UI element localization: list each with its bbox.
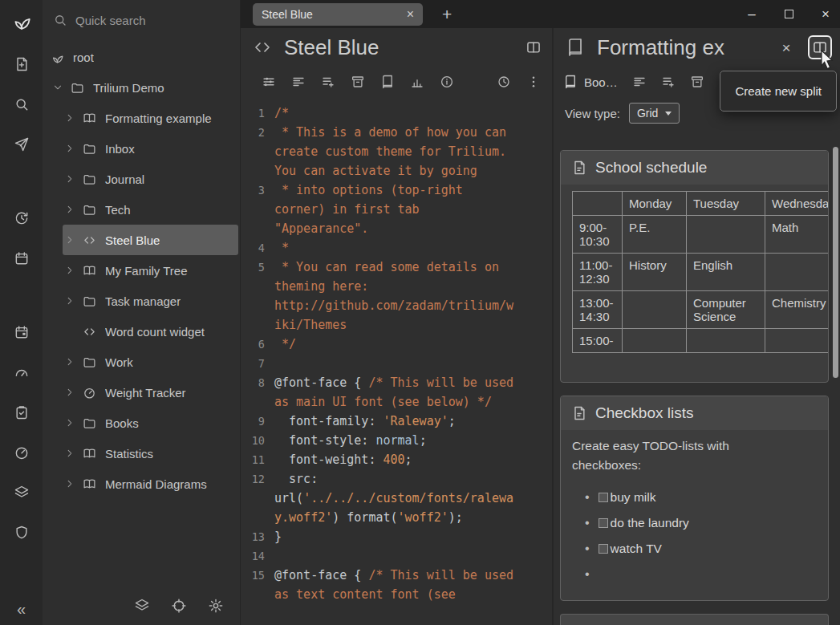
- task-manager-icon[interactable]: [9, 400, 34, 425]
- chevron-right-icon[interactable]: [63, 263, 77, 278]
- chart-icon[interactable]: [410, 75, 424, 89]
- minimize-button[interactable]: –: [745, 8, 758, 21]
- tree-item-books[interactable]: Books: [63, 408, 240, 438]
- table-cell[interactable]: Chemistry: [765, 291, 830, 329]
- today-icon[interactable]: [9, 319, 34, 345]
- table-cell[interactable]: Computer Science: [687, 291, 765, 329]
- calendar-icon[interactable]: [9, 246, 34, 271]
- list-plus-icon[interactable]: [661, 75, 676, 89]
- target-icon[interactable]: [171, 598, 187, 614]
- code-line[interactable]: 11 font-weight: 400;: [246, 450, 552, 469]
- tree-item-my-family-tree[interactable]: My Family Tree: [63, 255, 240, 286]
- chevron-right-icon[interactable]: [63, 355, 77, 369]
- chevron-down-icon[interactable]: [51, 80, 65, 95]
- collapse-launcher-icon[interactable]: «: [17, 600, 26, 619]
- table-header-cell[interactable]: Tuesday: [687, 192, 765, 216]
- table-cell[interactable]: 11:00-12:30: [573, 254, 623, 291]
- book-properties-tab[interactable]: Boo…: [563, 75, 618, 89]
- chevron-right-icon[interactable]: [63, 233, 77, 247]
- tree-item-task-manager[interactable]: Task manager: [63, 286, 240, 316]
- trilium-logo-icon[interactable]: [6, 5, 38, 37]
- note-title[interactable]: Formatting ex: [597, 35, 765, 60]
- chevron-right-icon[interactable]: [63, 141, 77, 156]
- note-title[interactable]: Steel Blue: [284, 35, 512, 60]
- quick-search[interactable]: [43, 0, 240, 40]
- tree-item-word-count-widget[interactable]: Word count widget: [63, 316, 240, 347]
- table-header-cell[interactable]: Monday: [623, 192, 687, 216]
- code-line[interactable]: 13}: [246, 527, 552, 546]
- code-line[interactable]: 2 * This is a demo of how you can create…: [246, 123, 552, 181]
- code-line[interactable]: 4 *: [246, 238, 552, 258]
- tree-item-work[interactable]: Work: [63, 347, 240, 377]
- table-cell[interactable]: 15:00-: [573, 329, 623, 353]
- code-line[interactable]: 1/*: [246, 103, 552, 123]
- table-cell[interactable]: [623, 329, 687, 353]
- checkbox[interactable]: [599, 493, 608, 502]
- checkbox[interactable]: [599, 544, 608, 554]
- info-icon[interactable]: [440, 75, 454, 89]
- recent-changes-icon[interactable]: [9, 205, 34, 231]
- card-checkbox-lists[interactable]: Checkbox lists Create easy TODO-lists wi…: [560, 396, 829, 601]
- weight-tracker-icon[interactable]: [9, 359, 34, 385]
- chevron-right-icon[interactable]: [63, 172, 77, 186]
- tree-item-mermaid-diagrams[interactable]: Mermaid Diagrams: [63, 469, 240, 499]
- layers-icon[interactable]: [9, 480, 34, 505]
- history-icon[interactable]: [497, 75, 511, 89]
- code-editor[interactable]: 1/* 2 * This is a demo of how you can cr…: [241, 97, 552, 625]
- book-icon[interactable]: [380, 75, 395, 89]
- chevron-right-icon[interactable]: [63, 477, 77, 491]
- tree-item-formatting-example[interactable]: Formatting example: [63, 103, 240, 133]
- card-school-schedule[interactable]: School schedule Monday Tuesday Wednesday: [560, 150, 829, 383]
- table-cell[interactable]: [687, 329, 765, 353]
- chevron-right-icon[interactable]: [63, 202, 77, 217]
- code-line[interactable]: 10 font-style: normal;: [246, 431, 552, 450]
- table-cell[interactable]: P.E.: [623, 216, 687, 254]
- chevron-right-icon[interactable]: [63, 111, 77, 125]
- tree-item-inbox[interactable]: Inbox: [63, 133, 240, 164]
- code-line[interactable]: 3 * into options (top-right corner) in f…: [246, 181, 552, 238]
- maximize-button[interactable]: [782, 8, 795, 21]
- card-header[interactable]: School schedule: [561, 151, 828, 185]
- chevron-right-icon[interactable]: [63, 294, 77, 308]
- view-type-select[interactable]: Grid: [629, 103, 680, 124]
- tree-item-steel-blue[interactable]: Steel Blue: [63, 225, 238, 255]
- text-format-icon[interactable]: [632, 75, 647, 89]
- table-cell[interactable]: [765, 329, 830, 353]
- code-line[interactable]: 6 */: [246, 335, 552, 354]
- chevron-right-icon[interactable]: [63, 385, 77, 400]
- new-tab-button[interactable]: +: [442, 6, 452, 22]
- table-cell[interactable]: Math: [765, 216, 830, 254]
- table-cell[interactable]: [687, 216, 765, 254]
- scrollbar-thumb[interactable]: [833, 147, 838, 378]
- text-format-icon[interactable]: [291, 75, 306, 89]
- code-line[interactable]: 8@font-face { /* This will be used as ma…: [246, 373, 552, 412]
- tree-item-tech[interactable]: Tech: [63, 194, 240, 225]
- shield-icon[interactable]: [9, 520, 34, 546]
- tree-item-root[interactable]: root: [49, 42, 240, 72]
- tree-item-journal[interactable]: Journal: [63, 164, 240, 194]
- code-line[interactable]: 7: [246, 354, 552, 373]
- table-header-cell[interactable]: [573, 192, 623, 216]
- tab-steel-blue[interactable]: Steel Blue ×: [253, 3, 423, 26]
- layers-icon[interactable]: [134, 598, 150, 614]
- sliders-icon[interactable]: [262, 75, 276, 89]
- code-line[interactable]: 15@font-face { /* This will be used as t…: [246, 566, 552, 604]
- split-vertical-icon[interactable]: [523, 37, 544, 58]
- code-line[interactable]: 5 * You can read some details on theming…: [246, 258, 552, 335]
- archive-icon[interactable]: [351, 75, 365, 89]
- close-window-button[interactable]: ×: [819, 8, 832, 21]
- table-cell[interactable]: 13:00-14:30: [573, 291, 623, 329]
- tree-item-statistics[interactable]: Statistics: [63, 438, 240, 469]
- chevron-right-icon[interactable]: [63, 446, 77, 461]
- close-split-button[interactable]: ×: [776, 37, 797, 58]
- card-header[interactable]: Checkbox lists: [561, 396, 828, 430]
- code-line[interactable]: 12 src: url('../../../custom/fonts/ralew…: [246, 469, 552, 527]
- jump-to-note-icon[interactable]: [9, 132, 34, 157]
- chevron-right-icon[interactable]: [63, 416, 77, 430]
- table-header-cell[interactable]: Wednesday: [765, 192, 830, 216]
- archive-icon[interactable]: [690, 75, 704, 89]
- tree-item-trilium-demo[interactable]: Trilium Demo: [51, 72, 240, 103]
- list-plus-icon[interactable]: [321, 75, 335, 89]
- search-icon[interactable]: [9, 91, 34, 117]
- tree-item-weight-tracker[interactable]: Weight Tracker: [63, 377, 240, 408]
